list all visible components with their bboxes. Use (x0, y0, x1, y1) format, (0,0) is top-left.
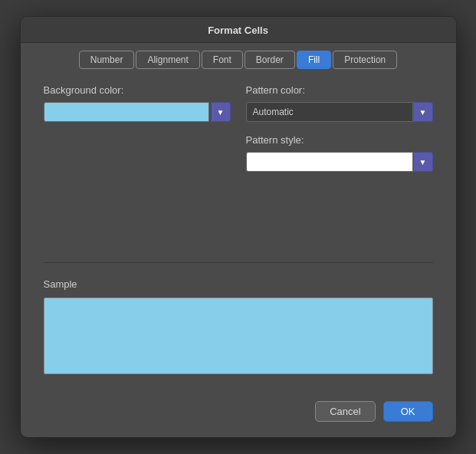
chevron-down-icon: ▼ (217, 108, 225, 117)
dialog-title: Format Cells (208, 25, 268, 36)
empty-area (44, 215, 433, 247)
sample-preview (44, 298, 433, 374)
pattern-style-label: Pattern style: (246, 134, 433, 146)
chevron-down-icon-pattern: ▼ (419, 108, 427, 117)
pattern-style-dropdown-btn[interactable]: ▼ (413, 152, 433, 172)
pattern-color-select[interactable]: Automatic (246, 102, 413, 122)
ok-button[interactable]: OK (383, 401, 433, 422)
pattern-style-select[interactable] (246, 152, 413, 172)
sample-section: Sample (44, 278, 433, 374)
chevron-down-icon-style: ▼ (419, 158, 427, 166)
tab-bar: Number Alignment Font Border Fill Protec… (21, 43, 456, 69)
tab-fill[interactable]: Fill (297, 51, 331, 69)
cancel-button[interactable]: Cancel (315, 401, 375, 422)
dialog-title-bar: Format Cells (21, 17, 456, 43)
sample-label: Sample (44, 278, 433, 290)
bg-color-selector: ▼ (44, 102, 231, 122)
pattern-color-select-container: Automatic ▼ (246, 102, 433, 122)
pattern-color-label: Pattern color: (246, 84, 433, 96)
section-divider (44, 262, 433, 263)
format-cells-dialog: Format Cells Number Alignment Font Borde… (20, 16, 457, 438)
tab-alignment[interactable]: Alignment (136, 51, 199, 69)
tab-number[interactable]: Number (79, 51, 135, 69)
fill-tab-content: Background color: ▼ Pattern color: Autom… (21, 69, 456, 390)
tab-font[interactable]: Font (202, 51, 243, 69)
bg-color-label: Background color: (44, 84, 231, 96)
tab-protection[interactable]: Protection (333, 51, 397, 69)
bg-color-box[interactable] (44, 102, 209, 122)
pattern-color-dropdown-btn[interactable]: ▼ (413, 102, 433, 122)
main-row: Background color: ▼ Pattern color: Autom… (44, 84, 433, 215)
background-color-section: Background color: ▼ (44, 84, 231, 215)
tab-border[interactable]: Border (245, 51, 295, 69)
pattern-color-value: Automatic (253, 107, 294, 117)
pattern-style-select-container: ▼ (246, 152, 433, 172)
bg-color-dropdown-btn[interactable]: ▼ (211, 102, 231, 122)
button-row: Cancel OK (21, 390, 456, 437)
pattern-section: Pattern color: Automatic ▼ Pattern style… (246, 84, 433, 215)
